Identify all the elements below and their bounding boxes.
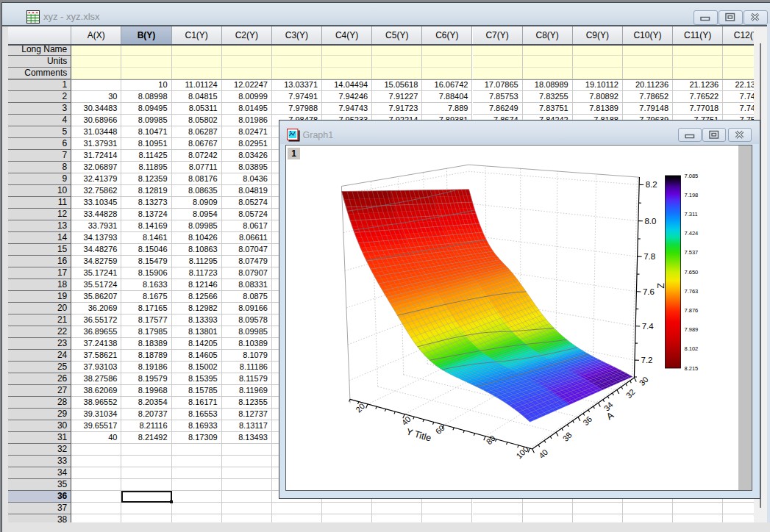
svg-text:7.085: 7.085 <box>685 172 699 179</box>
svg-text:38: 38 <box>561 430 574 442</box>
svg-text:7.4: 7.4 <box>642 321 655 330</box>
svg-text:7.650: 7.650 <box>685 268 699 275</box>
svg-text:7.311: 7.311 <box>685 210 698 217</box>
svg-text:40: 40 <box>537 447 549 460</box>
svg-text:7.424: 7.424 <box>685 230 699 237</box>
svg-text:7.763: 7.763 <box>685 287 699 294</box>
svg-text:7.8: 7.8 <box>644 252 655 261</box>
svg-text:8.102: 8.102 <box>685 345 699 352</box>
svg-text:Y Title: Y Title <box>405 426 432 443</box>
svg-text:8.215: 8.215 <box>685 364 699 371</box>
svg-text:36: 36 <box>581 414 593 427</box>
svg-text:30: 30 <box>638 375 650 387</box>
svg-text:32: 32 <box>624 387 637 400</box>
svg-text:80: 80 <box>485 434 497 446</box>
svg-text:8.0: 8.0 <box>644 216 656 225</box>
svg-text:7.198: 7.198 <box>685 191 699 198</box>
svg-text:Z: Z <box>656 282 666 288</box>
svg-text:7.876: 7.876 <box>685 306 699 313</box>
svg-text:7.2: 7.2 <box>641 356 653 364</box>
svg-text:100: 100 <box>514 444 530 459</box>
svg-text:8.2: 8.2 <box>646 180 657 189</box>
svg-text:A: A <box>605 409 616 422</box>
svg-text:7.989: 7.989 <box>685 326 699 333</box>
svg-text:7.6: 7.6 <box>643 287 655 295</box>
svg-text:7.537: 7.537 <box>685 249 699 256</box>
svg-text:40: 40 <box>400 414 413 427</box>
